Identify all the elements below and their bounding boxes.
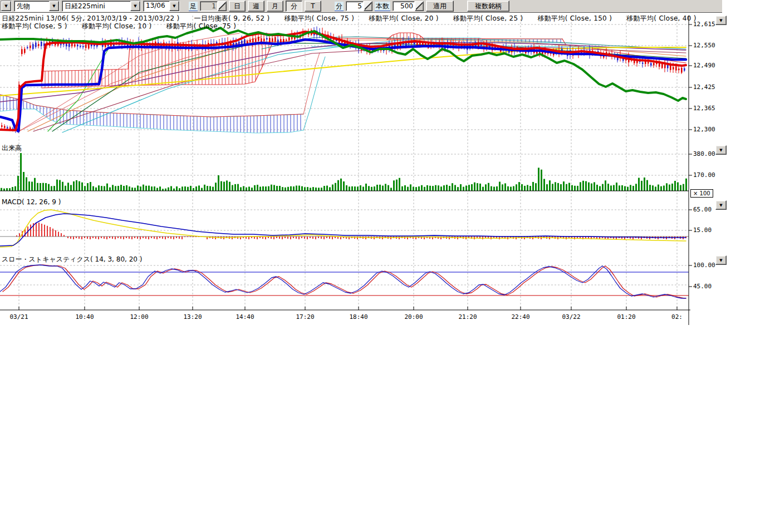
- y-axis-label: 380.00: [693, 150, 715, 157]
- x-axis-label: 21:20: [458, 313, 477, 321]
- legend-item: 移動平均( Close, 75 ): [166, 22, 236, 30]
- volume-bars: [0, 153, 689, 191]
- macd-pane: [0, 210, 689, 247]
- x-axis-label: 14:40: [236, 313, 254, 321]
- stoch-scale-dropdown-button[interactable]: ▼: [715, 255, 727, 265]
- chart-canvas: [0, 0, 775, 532]
- y-axis-label: 45.00: [693, 283, 712, 290]
- macd-scale-dropdown-button[interactable]: ▼: [715, 200, 727, 210]
- legend-item: 移動平均( Close, 5 ): [2, 22, 67, 30]
- x-axis-label: 18:40: [349, 313, 367, 321]
- price-scale-dropdown-button[interactable]: ▼: [715, 16, 727, 25]
- stochastics-pane-label: スロー・ストキャスティクス( 14, 3, 80, 20 ): [2, 255, 142, 264]
- y-axis-label: 12,490: [693, 62, 715, 69]
- legend-item: 移動平均( Close, 75 ): [284, 14, 354, 22]
- legend-item: 日経225mini 13/06( 5分, 2013/03/19 - 2013/0…: [2, 14, 180, 22]
- chart-legend-line2: 移動平均( Close, 5 )移動平均( Close, 10 )移動平均( C…: [2, 22, 251, 31]
- y-axis-label: 12,300: [693, 126, 715, 133]
- legend-item: 移動平均( Close, 25 ): [453, 14, 523, 22]
- legend-item: 一目均衡表( 9, 26, 52 ): [194, 14, 270, 22]
- legend-item: 移動平均( Close, 20 ): [369, 14, 439, 22]
- legend-item: 移動平均( Close, 10 ): [82, 22, 152, 30]
- x-axis-label: 03/21: [9, 313, 28, 321]
- x-axis-label: 20:00: [404, 313, 423, 321]
- x-axis-label: 13:20: [183, 313, 202, 321]
- legend-item: 移動平均( Close, 40 ): [626, 14, 696, 22]
- legend-item: 移動平均( Close, 150 ): [538, 14, 612, 22]
- y-axis-label: 65.00: [693, 206, 712, 213]
- x-axis-label: 03/22: [562, 313, 580, 321]
- x-axis-label: 01:20: [617, 313, 635, 321]
- volume-multiplier-badge: × 100: [690, 189, 713, 198]
- y-axis-label: 12,365: [693, 105, 715, 112]
- x-axis-label: 02:: [671, 313, 683, 321]
- y-axis-label: 100.00: [693, 262, 715, 269]
- x-axis-label: 17:20: [296, 313, 314, 321]
- y-axis-label: 12,425: [693, 83, 715, 91]
- macd-pane-label: MACD( 12, 26, 9 ): [2, 198, 61, 206]
- volume-scale-dropdown-button[interactable]: ▼: [715, 145, 727, 155]
- y-axis-label: 15.00: [693, 226, 712, 234]
- x-axis-label: 22:40: [511, 313, 529, 321]
- y-axis-label: 12,550: [693, 42, 715, 49]
- x-axis-label: 10:40: [75, 313, 94, 321]
- x-axis-label: 12:00: [130, 313, 148, 321]
- volume-pane-label: 出来高: [2, 144, 22, 153]
- chart-application-window: ▼ 先物 ▼ 日経225mini ▼ 13/06 ▼ 足 1 日 週 月 分 T…: [0, 0, 775, 532]
- stochastics-pane: [0, 265, 689, 298]
- y-axis-label: 170.00: [693, 171, 715, 179]
